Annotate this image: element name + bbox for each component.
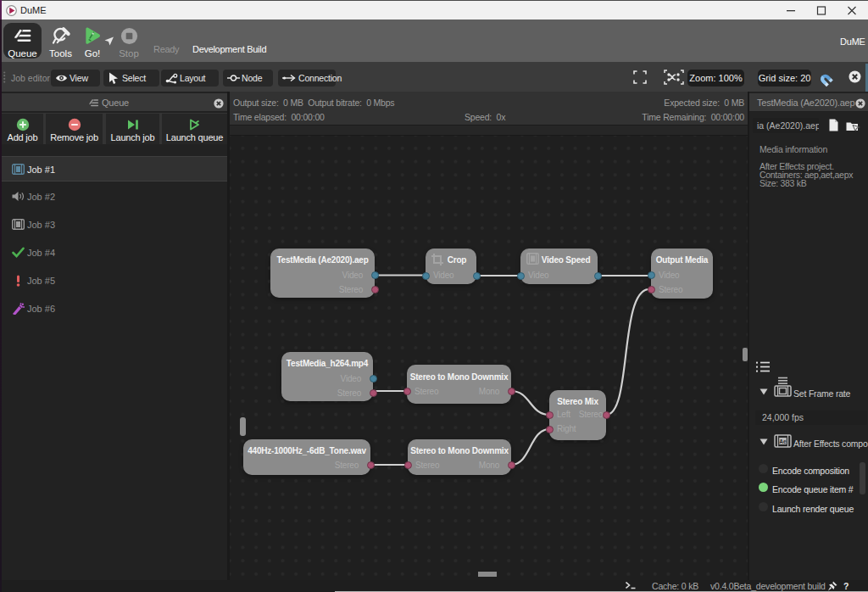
- svg-text:Ae: Ae: [779, 438, 787, 444]
